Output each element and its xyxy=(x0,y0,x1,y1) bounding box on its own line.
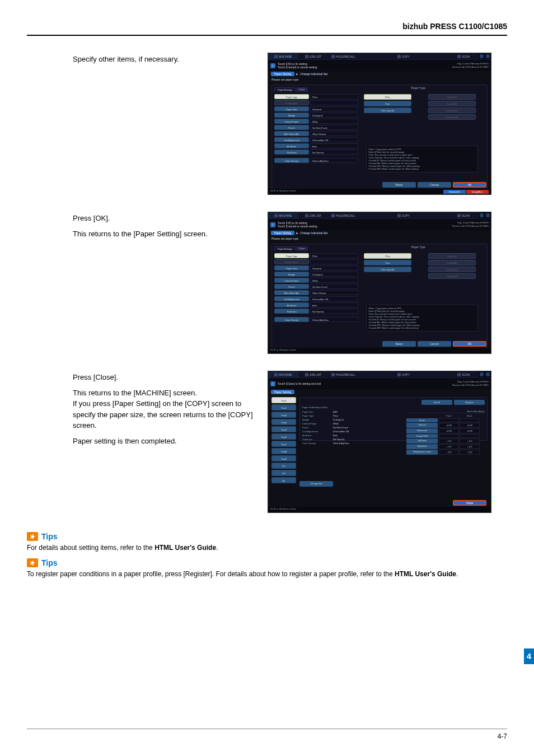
tab-holdrecall[interactable]: HOLD/RECALL xyxy=(328,53,358,59)
tray5-button[interactable]: Tray5 xyxy=(271,426,296,432)
opt-fine[interactable]: Fine xyxy=(364,101,411,106)
ok-button-highlighted[interactable]: OK xyxy=(453,341,486,347)
reset-button[interactable]: Reset xyxy=(382,182,416,188)
row-color-density[interactable]: Color Density xyxy=(274,158,309,163)
help-icon[interactable] xyxy=(486,54,490,58)
tips-icon xyxy=(27,532,38,541)
tray6-button[interactable]: Tray6 xyxy=(271,433,296,440)
tray7-button[interactable]: Tray7 xyxy=(271,441,296,447)
row-paper-type[interactable]: Paper Type xyxy=(274,94,309,99)
opt-coated-ml: Coated-ML xyxy=(428,101,476,106)
tray4-button[interactable]: Tray4 xyxy=(271,419,296,425)
row-weight[interactable]: Weight xyxy=(274,113,309,118)
panel-subheader: Please set paper type xyxy=(268,77,491,82)
page-footer: 4-7 xyxy=(27,729,507,740)
cancel-button[interactable]: Cancel xyxy=(418,341,451,347)
chip-rotation[interactable]: RotationDir xyxy=(443,190,466,194)
tips-text-1: For details about setting items, refer t… xyxy=(27,543,507,553)
panel-title: Paper Type xyxy=(411,86,425,90)
row-punch[interactable]: Punch xyxy=(274,125,309,130)
profile-name-row: Paper Profile Name Plain xyxy=(302,406,485,409)
row-thickness[interactable]: Thickness xyxy=(274,150,309,155)
status-bar: 01:31 ▲ Ready to receive RotationDirImag… xyxy=(268,189,491,194)
tips-label: Tips xyxy=(41,532,58,541)
screenshot-1: MACHINE JOB LIST HOLD/RECALL COPY SCAN i… xyxy=(268,53,491,195)
eco-icon[interactable] xyxy=(480,54,484,58)
step-text-1: Specify other items, if necessary. xyxy=(73,53,257,195)
reset-button[interactable]: Reset xyxy=(382,341,416,347)
no-tray-button[interactable]: No xyxy=(271,477,296,483)
tab-scan[interactable]: SCAN xyxy=(448,53,479,59)
change-set-button[interactable]: Change Set xyxy=(299,481,333,487)
cancel-button[interactable]: Cancel xyxy=(418,182,451,188)
row-paper-size[interactable]: Paper Size xyxy=(274,106,309,111)
page-header: bizhub PRESS C1100/C1085 xyxy=(27,21,507,36)
subtab-paper[interactable]: Paper xyxy=(296,87,308,92)
tips-text-2: To register paper conditions in a paper … xyxy=(27,570,507,579)
pi1-button[interactable]: PI1 xyxy=(271,463,296,469)
tips-label: Tips xyxy=(41,558,58,567)
tray2-button[interactable]: Tray2 xyxy=(271,404,296,410)
both-sides-adjust: Both Sides Adjust FrontBack Zoom Vertica… xyxy=(406,410,485,455)
opt-coated-go: Coated-GO xyxy=(428,108,476,113)
tab-copy[interactable]: COPY xyxy=(388,53,419,59)
step-text-2: Press [OK]. This returns to the [Paper S… xyxy=(73,212,257,354)
pi2-button[interactable]: PI2 xyxy=(271,470,296,476)
tray3-button[interactable]: Tray3 xyxy=(271,412,296,418)
info-message: Touch [OK] to fix setting Touch [Cancel]… xyxy=(278,62,416,69)
tray9-button[interactable]: Tray9 xyxy=(271,455,296,461)
step-text-3: Press [Close]. This returns to the [MACH… xyxy=(73,371,257,513)
opt-plain[interactable]: Plain xyxy=(364,94,411,100)
row-colored-paper[interactable]: Colored Paper xyxy=(274,119,309,124)
close-button-highlighted[interactable]: Close xyxy=(453,500,486,506)
opt-coated-mo: Coated-MO xyxy=(428,114,476,120)
chapter-tab: 4 xyxy=(524,648,534,664)
row-profile-name: Profile Name xyxy=(274,100,309,105)
breadcrumb: Paper Setting ▶ Change Individual Set xyxy=(268,71,491,77)
crumb-paper-setting[interactable]: Paper Setting xyxy=(271,72,294,76)
screenshot-2: MACHINE JOB LIST HOLD/RECALL COPY SCAN i… xyxy=(268,212,491,354)
memory-status: Orig. Count 0 Memory 99.999% Reserve Job… xyxy=(416,62,489,69)
ok-button[interactable]: OK xyxy=(453,182,486,188)
screenshot-3: MACHINE JOB LIST HOLD/RECALL COPY SCAN i… xyxy=(268,371,491,513)
tab-joblist[interactable]: JOB LIST xyxy=(298,53,329,59)
tray1-button[interactable]: Tray1 xyxy=(271,397,296,403)
row-both-sides[interactable]: Both Sides Adj. xyxy=(274,131,309,136)
tab-machine[interactable]: MACHINE xyxy=(268,53,298,59)
opt-color-specific[interactable]: Color Specific xyxy=(364,108,411,113)
tips-icon xyxy=(27,558,38,567)
recall-button[interactable]: Recall xyxy=(421,400,452,405)
model-name: bizhub PRESS C1100/C1085 xyxy=(402,22,507,31)
chip-imageman[interactable]: ImageMan. xyxy=(466,190,489,194)
register-button[interactable]: Register xyxy=(454,400,485,405)
row-curl-adj[interactable]: Curl Adjustment xyxy=(274,137,309,142)
subtab-paper-settings[interactable]: Paper/Settings xyxy=(274,87,296,92)
row-air-assist[interactable]: Air Assist xyxy=(274,143,309,148)
notes-box: •Plain: Copy paper called as PPC Select … xyxy=(366,146,478,172)
page-number: 4-7 xyxy=(498,732,507,740)
tray8-button[interactable]: Tray8 xyxy=(271,448,296,454)
property-list: Paper SizeA4D Paper TypePlain Weight55-6… xyxy=(302,410,403,455)
opt-coated-r: Coated-R xyxy=(428,94,476,100)
info-icon: i xyxy=(270,63,275,68)
